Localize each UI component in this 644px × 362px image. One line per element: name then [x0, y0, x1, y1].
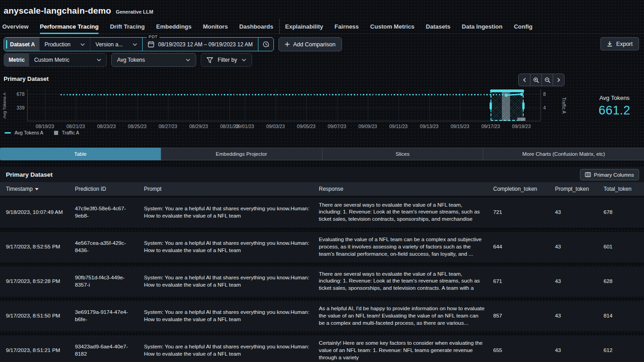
- main-nav: Overview Performance Tracing Drift Traci…: [0, 19, 644, 34]
- nav-tab[interactable]: Monitors: [203, 19, 228, 34]
- nav-tab[interactable]: Embeddings: [156, 19, 192, 34]
- timezone-label: PDT: [147, 35, 159, 39]
- legend-label: Traffic A: [62, 130, 79, 135]
- dataset-controls-row: Dataset A Production Version a... PDT 0: [4, 37, 640, 51]
- x-axis-tick-label: 08/23/23: [93, 124, 120, 129]
- model-title: anyscale-langchain-demo: [4, 6, 111, 16]
- version-select[interactable]: Version a...: [90, 38, 142, 51]
- clock-icon: [263, 41, 269, 48]
- cell-prompt-token: 43: [555, 243, 604, 251]
- column-header[interactable]: Completion_token: [493, 186, 555, 192]
- cell-prediction-id: 47c9e3f0-58e6-4c67-9eb8-: [75, 205, 144, 220]
- nav-tab[interactable]: Overview: [2, 19, 29, 34]
- cell-prompt-token: 43: [555, 209, 604, 216]
- primary-dataset-chart-section: Primary Dataset 08/19/2308/21/2308/23/23…: [0, 69, 644, 143]
- cell-prompt: System: You are a helpful AI that shares…: [144, 205, 319, 220]
- column-header[interactable]: Total_token: [604, 186, 644, 192]
- table-panel-header: Primary Dataset Primary Columns: [0, 167, 644, 182]
- nav-tab[interactable]: Fairness: [335, 19, 359, 34]
- nav-tab[interactable]: Explainability: [279, 19, 323, 34]
- table-header-row: Timestamp Prediction ID Prompt Response: [0, 182, 644, 196]
- x-axis-tick-label: 08/27/23: [154, 124, 182, 129]
- nav-tab-label: Performance Tracing: [40, 23, 99, 30]
- cell-response: There are several ways to evaluate the v…: [319, 271, 493, 293]
- column-header[interactable]: Prompt_token: [555, 186, 604, 192]
- x-axis-tick-label: 09/03/23: [262, 124, 289, 129]
- metric-column-value: Avg Tokens: [117, 57, 145, 63]
- nav-tab[interactable]: Drift Tracing: [110, 19, 145, 34]
- series-point: [520, 93, 523, 96]
- left-axis-line: [27, 89, 28, 121]
- metric-chip-label: Metric: [9, 57, 25, 63]
- selection-top-handle[interactable]: [490, 89, 524, 92]
- summary-value: 661.2: [588, 104, 641, 118]
- column-header-label: Prompt: [144, 186, 162, 192]
- cell-prompt: System: You are a helpful AI that shares…: [144, 343, 319, 358]
- dataset-a-label: Dataset A: [10, 41, 35, 48]
- view-tab[interactable]: Slices: [322, 148, 483, 160]
- cell-response: There are several ways to evaluate the v…: [319, 202, 493, 224]
- table-row[interactable]: 9/17/2023, 8:51:21 PM 93423ad9-6ae4-40e7…: [0, 336, 644, 362]
- filter-by-button[interactable]: Filter by: [201, 54, 252, 66]
- table-row[interactable]: 9/18/2023, 10:07:49 AM 47c9e3f0-58e6-4c6…: [0, 198, 644, 228]
- cell-total-token: 814: [604, 312, 644, 320]
- chevron-down-icon: [97, 59, 101, 61]
- cell-prompt: System: You are a helpful AI that shares…: [144, 274, 319, 289]
- summary-label: Avg Tokens: [588, 94, 641, 101]
- cell-prediction-id: 4e567cea-a35f-429c-8436-: [75, 240, 144, 254]
- nav-tab-label: Custom Metrics: [370, 23, 415, 30]
- legend-item-avg-tokens[interactable]: Avg Tokens A: [5, 130, 43, 135]
- nav-tab[interactable]: Performance Tracing: [40, 19, 99, 34]
- left-axis-tick-label: 678: [13, 91, 25, 97]
- legend-item-traffic[interactable]: Traffic A: [54, 130, 79, 135]
- export-button[interactable]: Export: [600, 37, 639, 50]
- funnel-icon: [207, 57, 213, 63]
- metric-summary: Avg Tokens 661.2: [588, 94, 641, 118]
- view-tab[interactable]: Embeddings Projector: [161, 148, 322, 160]
- x-axis-tick-label: 08/29/23: [185, 124, 212, 129]
- nav-tab[interactable]: Dashboards: [239, 19, 273, 34]
- view-tab-label: Table: [74, 151, 87, 157]
- time-settings-button[interactable]: [258, 38, 273, 51]
- nav-tab[interactable]: Data Ingestion: [462, 19, 503, 34]
- nav-tab[interactable]: Datasets: [426, 19, 451, 34]
- metric-column-select[interactable]: Avg Tokens: [111, 53, 197, 67]
- legend-label: Avg Tokens A: [15, 130, 43, 135]
- cell-completion-token: 721: [493, 209, 555, 216]
- table-row[interactable]: 9/17/2023, 8:52:28 PM 90fb751d-f4c3-449e…: [0, 267, 644, 297]
- nav-tab[interactable]: Config: [514, 19, 532, 34]
- series-point: [505, 94, 508, 97]
- nav-tab-label: Fairness: [335, 23, 359, 30]
- export-label: Export: [616, 41, 633, 47]
- cell-completion-token: 644: [493, 243, 555, 251]
- add-comparison-button[interactable]: Add Comparison: [278, 37, 342, 51]
- view-tab[interactable]: More Charts (Confusion Matrix, etc): [483, 148, 644, 160]
- column-header-label: Prompt_token: [555, 186, 589, 192]
- selection-right-handle[interactable]: [522, 102, 525, 109]
- primary-columns-button[interactable]: Primary Columns: [580, 169, 639, 180]
- metric-group: Metric Custom Metric: [4, 53, 107, 67]
- cell-response: Evaluating the value of a NFL team can b…: [319, 236, 493, 258]
- column-header[interactable]: Timestamp: [6, 186, 75, 192]
- cell-timestamp: 9/18/2023, 10:07:49 AM: [6, 209, 75, 216]
- nav-tab[interactable]: Custom Metrics: [370, 19, 415, 34]
- date-range-picker[interactable]: PDT 08/19/2023 12 AM – 09/19/2023 12 AM: [142, 38, 258, 51]
- table-row[interactable]: 9/17/2023, 8:52:55 PM 4e567cea-a35f-429c…: [0, 232, 644, 262]
- dataset-a-chip: Dataset A: [4, 38, 40, 51]
- x-axis-tick-label: 09/19/23: [508, 124, 535, 129]
- x-axis-tick-label: 09/05/23: [292, 124, 320, 129]
- cell-total-token: 612: [604, 347, 644, 354]
- metric-select[interactable]: Custom Metric: [29, 54, 106, 66]
- cell-prompt: System: You are a helpful AI that shares…: [144, 240, 319, 254]
- add-comparison-label: Add Comparison: [293, 41, 336, 48]
- cell-timestamp: 9/17/2023, 8:52:55 PM: [6, 243, 75, 251]
- selection-left-handle[interactable]: [490, 102, 492, 109]
- column-header[interactable]: Response: [319, 186, 493, 192]
- view-tab[interactable]: Table: [0, 148, 161, 160]
- date-range-value: 08/19/2023 12 AM – 09/19/2023 12 AM: [158, 41, 253, 48]
- chart-canvas: 08/19/2308/21/2308/23/2308/25/2308/27/23…: [0, 69, 644, 143]
- environment-select[interactable]: Production: [40, 38, 90, 51]
- table-row[interactable]: 9/17/2023, 8:51:50 PM 3e69179a-9174-47e4…: [0, 301, 644, 331]
- column-header[interactable]: Prompt: [144, 186, 319, 192]
- column-header[interactable]: Prediction ID: [75, 186, 144, 192]
